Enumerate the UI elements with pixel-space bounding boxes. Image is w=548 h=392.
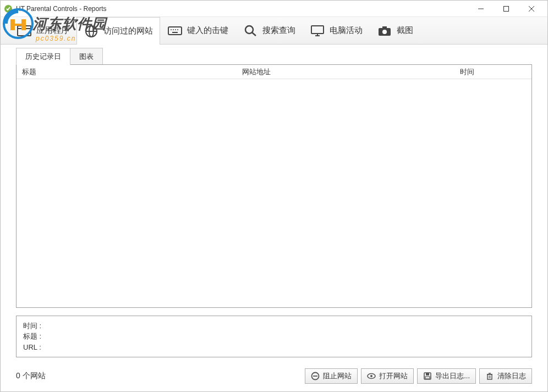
app-window: 河东软件园 pc0359.cn HT Parental Controls - R… <box>0 0 548 392</box>
svg-rect-24 <box>382 26 387 29</box>
svg-point-12 <box>171 29 172 30</box>
svg-rect-31 <box>425 377 430 379</box>
top-nav: 应用程序 访问过的网站 键入的击键 搜索查询 电脑活动 截图 <box>1 17 547 45</box>
nav-computer-activity[interactable]: 电脑活动 <box>303 17 370 44</box>
svg-rect-30 <box>426 373 429 376</box>
clear-log-button[interactable]: 清除日志 <box>479 368 532 384</box>
nav-label: 应用程序 <box>36 25 69 36</box>
nav-search-queries[interactable]: 搜索查询 <box>235 17 303 44</box>
col-url[interactable]: 网站地址 <box>237 67 454 77</box>
subtabs: 历史记录日 图表 <box>1 45 547 65</box>
svg-point-13 <box>173 29 174 30</box>
trash-icon <box>485 372 494 380</box>
detail-time-label: 时间 : <box>23 321 41 332</box>
col-time[interactable]: 时间 <box>454 67 531 77</box>
svg-rect-32 <box>487 374 492 379</box>
svg-point-15 <box>177 29 178 30</box>
button-label: 清除日志 <box>497 371 526 381</box>
svg-point-14 <box>175 29 176 30</box>
site-count: 0 个网站 <box>16 371 302 381</box>
save-icon <box>423 372 432 380</box>
history-table[interactable]: 标题 网站地址 时间 <box>16 64 532 308</box>
svg-point-17 <box>245 26 253 34</box>
svg-point-23 <box>382 30 387 34</box>
subtab-chart[interactable]: 图表 <box>70 48 103 65</box>
detail-title-label: 标题 : <box>23 331 41 342</box>
close-icon <box>529 6 534 12</box>
nav-screenshots[interactable]: 截图 <box>370 17 420 44</box>
nav-label: 键入的击键 <box>187 25 228 36</box>
detail-panel: 时间 : 标题 : URL : <box>16 316 532 358</box>
keyboard-icon <box>167 24 183 37</box>
export-log-button[interactable]: 导出日志... <box>417 368 476 384</box>
button-label: 阻止网站 <box>323 371 352 381</box>
nav-keystrokes[interactable]: 键入的击键 <box>160 17 235 44</box>
eye-icon <box>367 372 376 380</box>
camera-icon <box>377 24 392 37</box>
svg-point-28 <box>370 375 372 377</box>
button-label: 打开网站 <box>379 371 408 381</box>
titlebar: HT Parental Controls - Reports <box>1 1 547 17</box>
minimize-icon <box>478 6 484 12</box>
svg-rect-6 <box>18 26 31 36</box>
button-label: 导出日志... <box>435 371 470 381</box>
nav-label: 截图 <box>397 25 413 36</box>
nav-label: 搜索查询 <box>262 25 295 36</box>
maximize-button[interactable] <box>494 1 519 16</box>
minimize-button[interactable] <box>468 1 494 16</box>
monitor-icon <box>310 24 325 37</box>
maximize-icon <box>503 6 509 12</box>
block-icon <box>311 372 320 380</box>
nav-label: 电脑活动 <box>330 25 363 36</box>
detail-url-label: URL : <box>23 342 41 353</box>
app-icon <box>4 4 13 13</box>
open-site-button[interactable]: 打开网站 <box>361 368 414 384</box>
search-icon <box>243 24 258 37</box>
col-title[interactable]: 标题 <box>17 67 237 77</box>
footer: 0 个网站 阻止网站 打开网站 导出日志... 清除日志 <box>1 363 547 391</box>
subtab-history[interactable]: 历史记录日 <box>16 48 70 65</box>
nav-applications[interactable]: 应用程序 <box>9 17 76 44</box>
svg-line-18 <box>252 32 256 36</box>
content-area: 标题 网站地址 时间 时间 : 标题 : URL : <box>1 65 547 363</box>
window-icon <box>17 24 32 37</box>
svg-rect-3 <box>504 6 509 11</box>
svg-rect-11 <box>168 27 182 35</box>
window-title: HT Parental Controls - Reports <box>16 5 468 13</box>
svg-rect-16 <box>172 32 178 33</box>
table-header: 标题 网站地址 时间 <box>17 65 531 79</box>
close-button[interactable] <box>519 1 544 16</box>
nav-visited-websites[interactable]: 访问过的网站 <box>76 17 160 45</box>
nav-label: 访问过的网站 <box>103 26 153 36</box>
globe-icon <box>84 25 99 38</box>
window-controls <box>468 1 544 16</box>
svg-rect-19 <box>311 26 324 34</box>
block-site-button[interactable]: 阻止网站 <box>305 368 358 384</box>
